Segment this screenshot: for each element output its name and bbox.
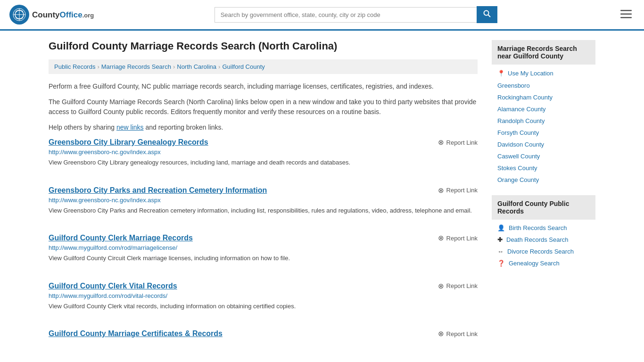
content-area: Guilford County Marriage Records Search … xyxy=(49,40,478,359)
report-label: Report Link xyxy=(446,330,478,337)
report-link[interactable]: ⊗ Report Link xyxy=(438,234,478,242)
result-item: Greensboro City Parks and Recreation Cem… xyxy=(49,186,478,220)
breadcrumb-marriage-records[interactable]: Marriage Records Search xyxy=(101,63,171,70)
breadcrumb-sep-3: › xyxy=(218,63,220,70)
arrows-icon: ↔ xyxy=(497,248,504,255)
sidebar-item-caswell[interactable]: Caswell County xyxy=(492,150,595,162)
result-description: View Greensboro City Parks and Recreatio… xyxy=(49,206,478,215)
sidebar-item-stokes[interactable]: Stokes County xyxy=(492,162,595,174)
breadcrumb-sep-1: › xyxy=(97,63,99,70)
cross-icon: ✚ xyxy=(497,236,503,243)
sidebar-birth-records[interactable]: 👤 Birth Records Search xyxy=(492,222,595,234)
logo[interactable]: CountyOffice.org xyxy=(9,5,94,25)
report-icon: ⊗ xyxy=(438,329,444,338)
sidebar-item-forsyth[interactable]: Forsyth County xyxy=(492,127,595,139)
result-url[interactable]: http://www.greensboro-nc.gov/index.aspx xyxy=(49,197,478,204)
report-link[interactable]: ⊗ Report Link xyxy=(438,138,478,147)
report-icon: ⊗ xyxy=(438,138,444,147)
result-title[interactable]: Greensboro City Library Genealogy Record… xyxy=(49,138,208,147)
sidebar-item-randolph[interactable]: Randolph County xyxy=(492,115,595,127)
breadcrumb: Public Records › Marriage Records Search… xyxy=(49,59,478,74)
result-description: View Greensboro City Library genealogy r… xyxy=(49,158,478,167)
result-title[interactable]: Guilford County Clerk Marriage Records xyxy=(49,234,193,242)
description-3: Help others by sharing new links and rep… xyxy=(49,123,478,132)
divorce-records-label: Divorce Records Search xyxy=(507,248,574,255)
main-container: Guilford County Marriage Records Search … xyxy=(39,31,605,362)
result-item: Guilford County Clerk Vital Records ⊗ Re… xyxy=(49,282,478,316)
genealogy-icon: ❓ xyxy=(497,260,505,267)
sidebar-divorce-records[interactable]: ↔ Divorce Records Search xyxy=(492,246,595,257)
result-url[interactable]: http://www.myguilford.com/rod/marriageli… xyxy=(49,244,478,251)
breadcrumb-public-records[interactable]: Public Records xyxy=(54,63,95,70)
person-icon: 👤 xyxy=(497,224,505,231)
result-url[interactable]: http://www.greensboro-nc.gov/index.aspx xyxy=(49,148,478,156)
location-pin-icon: 📍 xyxy=(497,70,505,77)
report-link[interactable]: ⊗ Report Link xyxy=(438,282,478,290)
use-my-location-label: Use My Location xyxy=(508,70,553,77)
report-link[interactable]: ⊗ Report Link xyxy=(438,186,478,195)
result-description: View Guilford County Clerk vital records… xyxy=(49,302,478,311)
sidebar-item-greensboro[interactable]: Greensboro xyxy=(492,80,595,91)
breadcrumb-sep-2: › xyxy=(173,63,175,70)
sidebar-nearby-heading: Marriage Records Search near Guilford Co… xyxy=(492,40,595,65)
search-button[interactable] xyxy=(477,6,497,23)
result-item: Guilford County Marriage Certificates & … xyxy=(49,329,478,345)
report-label: Report Link xyxy=(446,235,478,242)
report-label: Report Link xyxy=(446,139,478,146)
report-icon: ⊗ xyxy=(438,282,444,290)
sidebar-use-location[interactable]: 📍 Use My Location xyxy=(492,67,595,80)
report-icon: ⊗ xyxy=(438,186,444,195)
result-title[interactable]: Guilford County Marriage Certificates & … xyxy=(49,329,223,338)
result-description: View Guilford County Circuit Clerk marri… xyxy=(49,254,478,263)
search-input[interactable] xyxy=(215,7,477,23)
genealogy-label: Genealogy Search xyxy=(509,260,560,267)
results-list: Greensboro City Library Genealogy Record… xyxy=(49,138,478,345)
sidebar-item-davidson[interactable]: Davidson County xyxy=(492,139,595,150)
description-2: The Guilford County Marriage Records Sea… xyxy=(49,97,478,117)
sidebar-death-records[interactable]: ✚ Death Records Search xyxy=(492,234,595,246)
sidebar: Marriage Records Search near Guilford Co… xyxy=(492,40,595,359)
sidebar-item-orange[interactable]: Orange County xyxy=(492,174,595,186)
result-title[interactable]: Guilford County Clerk Vital Records xyxy=(49,282,177,290)
birth-records-label: Birth Records Search xyxy=(509,224,567,231)
sidebar-genealogy[interactable]: ❓ Genealogy Search xyxy=(492,257,595,269)
result-title[interactable]: Greensboro City Parks and Recreation Cem… xyxy=(49,186,267,195)
menu-icon[interactable] xyxy=(618,5,635,24)
svg-rect-7 xyxy=(620,14,632,15)
svg-rect-8 xyxy=(620,17,632,18)
report-label: Report Link xyxy=(446,187,478,194)
result-item: Guilford County Clerk Marriage Records ⊗… xyxy=(49,234,478,268)
page-title: Guilford County Marriage Records Search … xyxy=(49,40,478,52)
description-3-suffix: and reporting broken links. xyxy=(144,123,223,131)
logo-icon xyxy=(9,5,29,25)
sidebar-item-alamance[interactable]: Alamance County xyxy=(492,103,595,115)
report-link[interactable]: ⊗ Report Link xyxy=(438,329,478,338)
svg-line-5 xyxy=(488,15,490,17)
description-1: Perform a free Guilford County, NC publi… xyxy=(49,82,478,91)
search-area xyxy=(215,6,497,23)
description-3-prefix: Help others by sharing xyxy=(49,123,116,131)
breadcrumb-guilford[interactable]: Guilford County xyxy=(222,63,264,70)
site-header: CountyOffice.org xyxy=(0,0,644,31)
breadcrumb-nc[interactable]: North Carolina xyxy=(177,63,216,70)
sidebar-public-records-heading: Guilford County Public Records xyxy=(492,195,595,220)
death-records-label: Death Records Search xyxy=(506,236,569,243)
new-links[interactable]: new links xyxy=(116,123,144,131)
search-icon xyxy=(483,10,491,17)
report-label: Report Link xyxy=(446,282,478,289)
sidebar-item-rockingham[interactable]: Rockingham County xyxy=(492,91,595,103)
logo-text: CountyOffice.org xyxy=(32,10,94,19)
svg-rect-6 xyxy=(620,10,632,11)
sidebar-nearby-section: Marriage Records Search near Guilford Co… xyxy=(492,40,595,186)
sidebar-public-records-section: Guilford County Public Records 👤 Birth R… xyxy=(492,195,595,269)
svg-point-4 xyxy=(484,11,488,16)
result-item: Greensboro City Library Genealogy Record… xyxy=(49,138,478,172)
result-url[interactable]: http://www.myguilford.com/rod/vital-reco… xyxy=(49,292,478,299)
report-icon: ⊗ xyxy=(438,234,444,242)
